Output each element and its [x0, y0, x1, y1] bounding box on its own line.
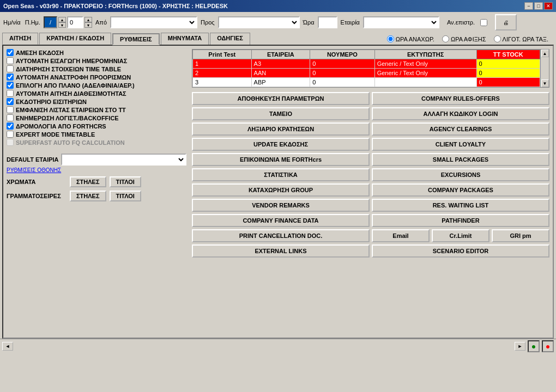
colors-row: ΧΡΩΜΑΤΑ ΣΤΗΛΕΣ ΤΙΤΛΟΙ: [7, 176, 186, 187]
cell-num-2: 2: [193, 69, 252, 78]
btn-external-links[interactable]: EXTERNAL LINKS: [192, 244, 370, 258]
company-combo[interactable]: [363, 16, 439, 28]
btn-statistika[interactable]: ΣΤΑΤΙΣΤΙΚΑ: [192, 168, 370, 181]
btn-company-rules[interactable]: COMPANY RULES-OFFERS: [372, 92, 549, 105]
btn-scenario-editor[interactable]: SCENARIO EDITOR: [372, 244, 549, 258]
default-etairia-combo[interactable]: [61, 154, 186, 166]
col-etairia: ΕΤΑΙΡΕΙΑ: [251, 50, 310, 59]
btn-res-waiting[interactable]: RES. WAITING LIST: [372, 199, 549, 212]
btn-apothikevsi[interactable]: ΑΠΟΘΗΚΕΥΣΗ ΠΑΡΑΜΕΤΡΩΝ: [192, 92, 370, 105]
btn-company-finance[interactable]: COMPANY FINANCE DATA: [192, 214, 370, 227]
close-button[interactable]: ✕: [544, 2, 553, 10]
btn-alagi-kwdikou[interactable]: ΑΛΛΑΓΗ ΚΩΔΙΚΟΥ LOGIN: [372, 107, 549, 120]
tab-odhgies[interactable]: ΟΔΗΓΙΕΣ: [210, 33, 250, 45]
table-section: Print Test ΕΤΑΙΡΕΙΑ ΝΟΥΜΕΡΟ ΕΚΤΥΠΩΤΗΣ TT…: [192, 49, 549, 88]
pip-spin-down[interactable]: ▼: [84, 22, 92, 28]
cell-etairia-3: ΑΒΡ: [251, 78, 310, 87]
scroll-down-btn[interactable]: ▼: [541, 79, 549, 87]
btn-print-cancel[interactable]: PRINT CANCELLATION DOC.: [192, 229, 370, 242]
col-print-test: Print Test: [193, 50, 252, 59]
btn-pathfinder[interactable]: PATHFINDER: [372, 214, 549, 227]
btn-email[interactable]: Email: [372, 229, 430, 242]
bottom-right-controls: ► ● ●: [515, 340, 554, 352]
tab-minymata[interactable]: ΜΗΝΥΜΑΤΑ: [161, 33, 209, 45]
grammates-row: ΓΡΑΜΜΑΤΟΣΕΙΡΕΣ ΣΤΗΛΕΣ ΤΙΤΛΟΙ: [7, 191, 186, 201]
cb-diatirisi[interactable]: ΔΙΑΤΗΡΗΣΗ ΣΤΟΙΧΕΙΩΝ TIME TABLE: [7, 65, 186, 72]
cb-aut-aithsh[interactable]: ΑΥΤΟΜΑΤΗ ΑΙΤΗΣΗ ΔΙΑΘΕΣΙΜΟΤΗΤΑΣ: [7, 90, 186, 97]
top-bar: Ημ/νία Π.Ημ. ▲ ▼ ▲ ▼ Από Προς Ώρα Εταιρί…: [0, 12, 556, 33]
buttons-grid: ΑΠΟΘΗΚΕΥΣΗ ΠΑΡΑΜΕΤΡΩΝ ΤΑΜΕΙΟ ΛΗΞΙΑΡΙΟ ΚΡ…: [192, 92, 549, 258]
btn-row-email: Email Cr.Limit GRI pm: [372, 229, 549, 242]
default-row: DEFAULT ΕΤΑΙΡΙΑ: [7, 154, 186, 166]
date-box: ▲ ▼ ▲ ▼: [44, 16, 92, 28]
cb-epilogi-plano[interactable]: ΕΠΙΛΟΓΗ ΑΠΟ ΠΛΑΝΟ (ΑΔΕΛΦΙΝΙΑ/ΑΕΡ.): [7, 82, 186, 89]
tab-krathsh[interactable]: ΚΡΑΤΗΣΗ / ΕΚΔΟΣΗ: [39, 33, 111, 45]
btn-agency-clearings[interactable]: AGENCY CLEARINGS: [372, 122, 549, 136]
btn-epikoinonia[interactable]: ΕΠΙΚΟΙΝΩΝΙΑ ΜΕ FORTHcrs: [192, 153, 370, 166]
cb-ekdothrio[interactable]: ΕΚΔΟΤΗΡΙΟ ΕΙΣΙΤΗΡΙΩΝ: [7, 98, 186, 105]
cell-stock-2: 0: [476, 69, 540, 78]
minimize-button[interactable]: −: [524, 2, 533, 10]
data-table: Print Test ΕΤΑΙΡΕΙΑ ΝΟΥΜΕΡΟ ΕΚΤΥΠΩΤΗΣ TT…: [192, 50, 549, 87]
grammates-btn-titloi[interactable]: ΤΙΤΛΟΙ: [110, 191, 141, 201]
table-row[interactable]: 1 Α3 0 Generic / Text Only 0: [193, 59, 549, 69]
cb-emfanisi-listas[interactable]: ΕΜΦΑΝΙΣΗ ΛΙΣΤΑΣ ΕΤΑΙΡΕΙΩΝ ΣΤΟ ΤΤ: [7, 106, 186, 113]
av-checkbox[interactable]: [480, 19, 487, 26]
cb-expert-mode[interactable]: EXPERT MODE TIMETABLE: [7, 131, 186, 138]
table-row[interactable]: 3 ΑΒΡ 0 0: [193, 78, 549, 87]
btn-vendor-remarks[interactable]: VENDOR REMARKS: [192, 199, 370, 212]
radio-ora-afixis[interactable]: ΩΡΑ ΑΦΙΞΗΣ: [442, 35, 486, 42]
btn-lixiario[interactable]: ΛΗΞΙΑΡΙΟ ΚΡΑΤΗΣΕΩΝ: [192, 122, 370, 136]
grammates-btn-stiles[interactable]: ΣΤΗΛΕΣ: [70, 191, 106, 201]
cb-aut-anastrofi[interactable]: ΑΥΤΟΜΑΤΗ ΑΝΑΣΤΡΟΦΗ ΠΡΟΟΡΙΣΜΩΝ: [7, 74, 186, 81]
radio-ora-anaxor[interactable]: ΩΡΑ ΑΝΑΧΩΡ.: [387, 35, 434, 42]
cell-etairia-1: Α3: [251, 59, 310, 69]
right-panel: Print Test ΕΤΑΙΡΕΙΑ ΝΟΥΜΕΡΟ ΕΚΤΥΠΩΤΗΣ TT…: [192, 49, 549, 334]
status-indicator-1: ●: [528, 340, 540, 352]
cb-enimerwsi[interactable]: ΕΝΗΜΕΡΩΣΗ ΛΟΓΙΣΤ./BACKOFFICE: [7, 114, 186, 121]
cb-amesh-ekdosh[interactable]: ΑΜΕΣΗ ΕΚΔΟΣΗ: [7, 49, 186, 56]
time-input[interactable]: [318, 16, 337, 28]
table-row[interactable]: 2 ΑΑΝ 0 Generic / Text Only 0: [193, 69, 549, 78]
btn-crlimit[interactable]: Cr.Limit: [432, 229, 489, 242]
status-icon-2: ●: [546, 342, 550, 351]
btn-small-packages[interactable]: SMALL PACKAGES: [372, 153, 549, 166]
btn-kataxorisi-group[interactable]: ΚΑΤΑΧΩΡΗΣΗ GROUP: [192, 183, 370, 197]
from-combo[interactable]: [110, 16, 197, 28]
btn-gripm[interactable]: GRI pm: [492, 229, 549, 242]
maximize-button[interactable]: □: [534, 2, 543, 10]
print-button[interactable]: 🖨: [495, 14, 517, 30]
btn-tameio[interactable]: ΤΑΜΕΙΟ: [192, 107, 370, 120]
btn-client-loyalty[interactable]: CLIENT LOYALTY: [372, 138, 549, 151]
btn-excursions[interactable]: EXCURSIONS: [372, 168, 549, 181]
radio-group: ΩΡΑ ΑΝΑΧΩΡ. ΩΡΑ ΑΦΙΞΗΣ ΛΙΓΟΤ. ΩΡΑ ΤΑΞ.: [250, 35, 554, 45]
pip-input[interactable]: [67, 16, 83, 28]
cb-aut-eisagogi[interactable]: ΑΥΤΟΜΑΤΗ ΕΙΣΑΓΩΓΗ ΗΜΕΡΟΜΗΝΙΑΣ: [7, 57, 186, 64]
colors-btn-titloi[interactable]: ΤΙΤΛΟΙ: [110, 176, 141, 187]
radio-ligot-ora[interactable]: ΛΙΓΟΤ. ΩΡΑ ΤΑΞ.: [494, 35, 548, 42]
time-label: Ώρα: [303, 19, 315, 26]
date-spin-up[interactable]: ▲: [58, 17, 66, 22]
tab-aithsh[interactable]: ΑΙΤΗΣΗ: [2, 33, 38, 45]
pip-spin-up[interactable]: ▲: [84, 17, 92, 22]
cb-dromologia[interactable]: ΔΡΟΜΟΛΟΓΙΑ ΑΠΟ FORTHCRS: [7, 122, 186, 130]
to-combo[interactable]: [218, 16, 300, 28]
av-label: Αν.επιστρ.: [447, 19, 475, 26]
cell-etairia-2: ΑΑΝ: [251, 69, 310, 78]
date-input[interactable]: [44, 16, 57, 28]
tab-rythmiseis[interactable]: ΡΥΘΜΙΣΕΙΣ: [112, 33, 160, 45]
colors-btn-stiles[interactable]: ΣΤΗΛΕΣ: [70, 176, 106, 187]
scroll-up-btn[interactable]: ▲: [541, 50, 549, 57]
rythmiseis-link[interactable]: ΡΥΘΜΙΣΕΙΣ ΟΘΟΝΗΣ: [7, 167, 186, 173]
btn-company-packages[interactable]: COMPANY PACKAGES: [372, 183, 549, 197]
colors-label: ΧΡΩΜΑΤΑ: [7, 179, 67, 185]
tabs-bar: ΑΙΤΗΣΗ ΚΡΑΤΗΣΗ / ΕΚΔΟΣΗ ΡΥΘΜΙΣΕΙΣ ΜΗΝΥΜΑ…: [2, 33, 250, 45]
bottom-right-btn[interactable]: ►: [515, 342, 525, 351]
cell-noumero-2: 0: [310, 69, 375, 78]
table-scrollbar[interactable]: ▲ ▼: [540, 50, 549, 87]
bottom-left-btn[interactable]: ◄: [2, 342, 13, 351]
btn-update-ekdosis[interactable]: UPDATE ΕΚΔΟΣΗΣ: [192, 138, 370, 151]
date-spin-down[interactable]: ▼: [58, 22, 66, 28]
col-noumero: ΝΟΥΜΕΡΟ: [310, 50, 375, 59]
app-title: Open Seas - v03r90 - ΠΡΑΚΤΟΡΕΙΟ : FORTHc…: [3, 3, 228, 9]
